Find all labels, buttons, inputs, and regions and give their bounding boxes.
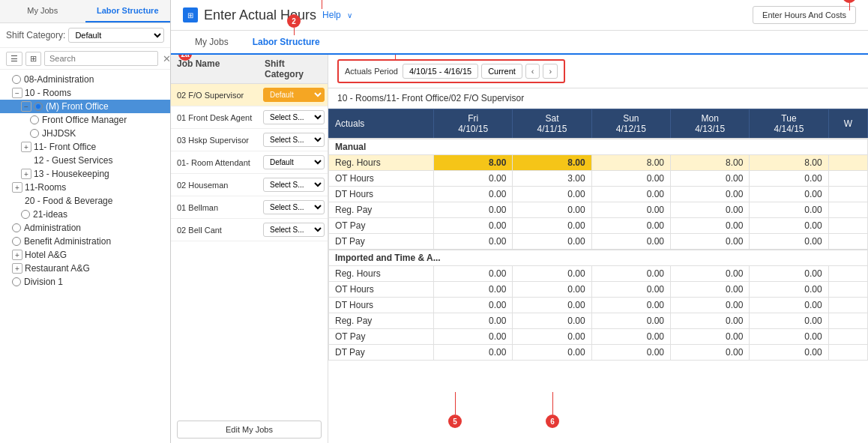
data-cell[interactable]: 0.00 <box>670 202 749 218</box>
data-cell[interactable]: 0.00 <box>750 202 828 218</box>
data-cell[interactable]: 0.00 <box>750 282 828 298</box>
data-cell[interactable]: 0.00 <box>591 329 670 345</box>
data-cell[interactable]: 0.00 <box>513 187 591 202</box>
data-cell[interactable]: 8.00 <box>513 155 591 171</box>
data-cell[interactable]: 0.00 <box>670 187 749 202</box>
collapse-icon[interactable]: − <box>12 88 22 98</box>
expand-icon[interactable]: + <box>21 169 31 179</box>
data-cell[interactable]: 0.00 <box>434 298 513 313</box>
expand-icon[interactable]: + <box>21 142 31 152</box>
data-cell[interactable]: 0.00 <box>513 329 591 345</box>
sidebar-tab-labor-structure[interactable]: Labor Structure <box>85 0 171 22</box>
data-cell[interactable]: 0.00 <box>670 313 749 329</box>
tree-item-administration[interactable]: Administration <box>0 221 170 235</box>
data-cell[interactable]: 0.00 <box>591 187 670 202</box>
data-cell[interactable]: 0.00 <box>591 202 670 218</box>
data-cell[interactable]: 0.00 <box>750 298 828 313</box>
tree-item-hotel-ag[interactable]: + Hotel A&G <box>0 248 170 262</box>
tree-item-11-rooms[interactable]: + 11-Rooms <box>0 181 170 194</box>
tree-item-division-1[interactable]: Division 1 <box>0 275 170 289</box>
data-cell[interactable]: 0.00 <box>750 313 828 329</box>
data-cell[interactable]: 0.00 <box>513 298 591 313</box>
next-period-button[interactable]: › <box>543 64 558 79</box>
data-cell[interactable]: 0.00 <box>434 234 513 250</box>
data-cell[interactable]: 0.00 <box>513 345 591 361</box>
data-cell[interactable]: 0.00 <box>591 313 670 329</box>
tree-item-20-fb[interactable]: 20 - Food & Beverage <box>0 194 170 208</box>
tree-item-21-ideas[interactable]: 21-ideas <box>0 208 170 221</box>
data-cell[interactable]: 0.00 <box>591 171 670 187</box>
data-cell[interactable]: 0.00 <box>513 313 591 329</box>
data-cell[interactable]: 0.00 <box>670 298 749 313</box>
tab-labor-structure[interactable]: Labor Structure <box>241 31 332 55</box>
data-cell[interactable]: 0.00 <box>434 282 513 298</box>
shift-category-select[interactable]: Default <box>68 28 164 43</box>
data-cell[interactable]: 0.00 <box>591 218 670 234</box>
data-cell[interactable]: 0.00 <box>750 345 828 361</box>
expand-icon[interactable]: + <box>12 263 22 274</box>
data-cell[interactable]: 0.00 <box>591 298 670 313</box>
tree-item-front-office-manager[interactable]: Front Office Manager <box>0 113 170 127</box>
data-cell[interactable]: 8.00 <box>591 155 670 171</box>
data-cell[interactable]: 0.00 <box>591 266 670 282</box>
shift-select[interactable]: Select S... <box>263 200 325 214</box>
shift-select[interactable]: Default <box>263 88 325 102</box>
data-cell[interactable]: 0.00 <box>670 282 749 298</box>
data-cell[interactable]: 8.00 <box>750 155 828 171</box>
collapse-icon[interactable]: − <box>21 101 31 112</box>
grid-view-btn[interactable]: ⊞ <box>25 52 41 66</box>
data-cell[interactable]: 0.00 <box>434 345 513 361</box>
tab-my-jobs[interactable]: My Jobs <box>183 31 241 55</box>
data-cell[interactable]: 0.00 <box>591 345 670 361</box>
data-cell[interactable]: 0.00 <box>434 171 513 187</box>
data-cell[interactable]: 0.00 <box>434 218 513 234</box>
data-cell[interactable]: 0.00 <box>513 218 591 234</box>
data-cell[interactable]: 0.00 <box>670 218 749 234</box>
data-cell[interactable]: 0.00 <box>750 171 828 187</box>
shift-select[interactable]: Default <box>263 155 325 169</box>
data-cell[interactable]: 0.00 <box>591 282 670 298</box>
data-cell[interactable]: 0.00 <box>670 234 749 250</box>
expand-icon[interactable]: + <box>12 250 22 260</box>
shift-select[interactable]: Select S... <box>263 178 325 192</box>
edit-my-jobs-button[interactable]: Edit My Jobs <box>177 421 322 439</box>
tree-item-11-front-office[interactable]: + 11- Front Office <box>0 140 170 154</box>
data-cell[interactable]: 0.00 <box>750 187 828 202</box>
data-cell[interactable]: 0.00 <box>670 345 749 361</box>
data-cell[interactable]: 0.00 <box>513 234 591 250</box>
tree-item-m-front-office[interactable]: − (M) Front Office <box>0 100 170 113</box>
tree-item-jhjdsk[interactable]: JHJDSK <box>0 127 170 140</box>
help-link[interactable]: Help <box>322 10 341 20</box>
tree-item-12-guest-services[interactable]: 12 - Guest Services <box>0 154 170 167</box>
data-cell[interactable]: 0.00 <box>750 218 828 234</box>
data-cell[interactable]: 0.00 <box>513 266 591 282</box>
data-cell[interactable]: 0.00 <box>434 313 513 329</box>
data-cell[interactable]: 0.00 <box>750 234 828 250</box>
data-cell[interactable]: 0.00 <box>513 202 591 218</box>
data-cell[interactable]: 0.00 <box>513 282 591 298</box>
data-cell[interactable]: 0.00 <box>434 266 513 282</box>
tree-item-benefit-admin[interactable]: Benefit Administration <box>0 235 170 248</box>
sidebar-tab-my-jobs[interactable]: My Jobs <box>0 0 85 22</box>
data-cell[interactable]: 0.00 <box>434 187 513 202</box>
tree-item-13-housekeeping[interactable]: + 13 - Housekeeping <box>0 167 170 181</box>
shift-select[interactable]: Select S... <box>263 133 325 147</box>
clear-search-btn[interactable]: ✕ <box>161 53 171 64</box>
tree-item-10-rooms[interactable]: − 10 - Rooms <box>0 86 170 100</box>
data-cell[interactable]: 0.00 <box>434 202 513 218</box>
expand-icon[interactable]: + <box>12 182 22 193</box>
list-view-btn[interactable]: ☰ <box>6 52 22 66</box>
current-button[interactable]: Current <box>481 64 522 79</box>
data-cell[interactable]: 0.00 <box>670 171 749 187</box>
data-cell[interactable]: 0.00 <box>750 329 828 345</box>
data-cell[interactable]: 3.00 <box>513 171 591 187</box>
data-cell[interactable]: 0.00 <box>750 266 828 282</box>
enter-hours-button[interactable]: Enter Hours And Costs <box>753 6 856 24</box>
data-cell[interactable]: 8.00 <box>434 155 513 171</box>
data-cell[interactable]: 0.00 <box>591 234 670 250</box>
data-cell[interactable]: 0.00 <box>434 329 513 345</box>
tree-item-08-admin[interactable]: 08-Administration <box>0 73 170 86</box>
data-cell[interactable]: 0.00 <box>670 329 749 345</box>
data-cell[interactable]: 8.00 <box>670 155 749 171</box>
shift-select[interactable]: Select S... <box>263 110 325 124</box>
